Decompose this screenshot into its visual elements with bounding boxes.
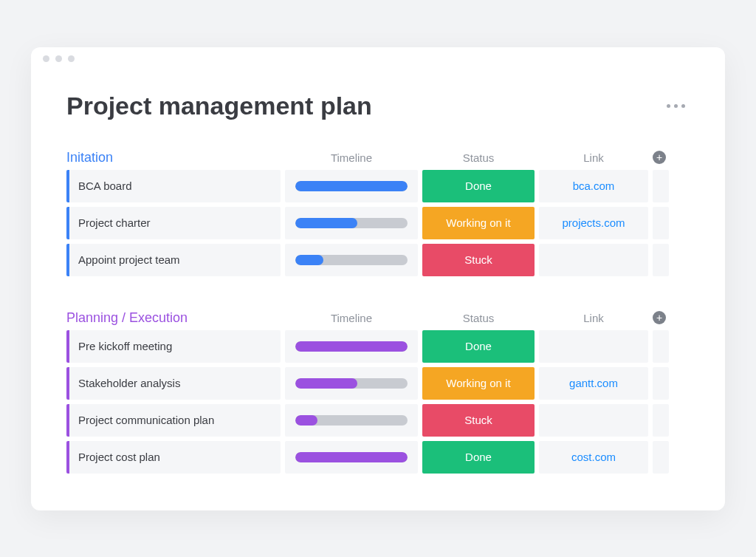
progress-track xyxy=(295,218,408,228)
status-cell[interactable]: Working on it xyxy=(422,367,535,400)
link-text: gantt.com xyxy=(569,377,618,389)
row-accent xyxy=(66,244,69,276)
trailing-cell[interactable] xyxy=(653,367,669,400)
link-cell[interactable]: cost.com xyxy=(539,441,648,474)
section-title[interactable]: Initation xyxy=(66,150,281,165)
link-cell[interactable]: bca.com xyxy=(539,170,648,202)
app-window: Project management plan InitationTimelin… xyxy=(31,47,725,510)
trailing-cell[interactable] xyxy=(653,404,669,437)
trailing-cell[interactable] xyxy=(653,441,669,474)
task-name-label: BCA board xyxy=(78,180,132,192)
section-header: InitationTimelineStatusLink+ xyxy=(66,150,690,165)
timeline-cell[interactable] xyxy=(285,441,418,474)
more-menu-button[interactable] xyxy=(662,100,690,112)
task-name-cell[interactable]: Project communication plan xyxy=(66,404,281,437)
column-header-link[interactable]: Link xyxy=(539,151,648,164)
row-accent xyxy=(66,404,69,437)
window-dot xyxy=(68,55,75,62)
header-row: Project management plan xyxy=(66,92,690,120)
link-cell[interactable] xyxy=(539,330,648,363)
timeline-cell[interactable] xyxy=(285,207,418,239)
window-titlebar xyxy=(31,47,725,71)
add-column-button[interactable]: + xyxy=(653,151,666,164)
task-name-label: Project communication plan xyxy=(78,414,214,426)
column-header-link[interactable]: Link xyxy=(539,312,648,324)
link-cell[interactable]: gantt.com xyxy=(539,367,648,400)
task-name-cell[interactable]: Appoint project team xyxy=(66,244,281,276)
status-label: Done xyxy=(465,340,492,352)
window-dot xyxy=(55,55,62,62)
row-accent xyxy=(66,441,69,474)
status-pill: Done xyxy=(422,170,535,202)
plus-icon: + xyxy=(656,152,662,163)
status-cell[interactable]: Done xyxy=(422,170,535,202)
trailing-cell[interactable] xyxy=(653,244,669,276)
page-title: Project management plan xyxy=(66,92,372,120)
table-row: Project communication planStuck xyxy=(66,404,690,437)
status-cell[interactable]: Stuck xyxy=(422,404,535,437)
status-label: Working on it xyxy=(446,216,510,229)
status-label: Done xyxy=(465,451,492,463)
status-label: Done xyxy=(465,180,492,192)
trailing-cell[interactable] xyxy=(653,330,669,363)
task-name-label: Project charter xyxy=(78,216,151,229)
status-pill: Done xyxy=(422,330,535,363)
task-name-label: Project cost plan xyxy=(78,451,160,463)
progress-fill xyxy=(295,378,357,389)
column-header-status[interactable]: Status xyxy=(422,312,535,324)
add-column-button[interactable]: + xyxy=(653,311,666,324)
status-cell[interactable]: Done xyxy=(422,441,535,474)
task-name-cell[interactable]: Project cost plan xyxy=(66,441,281,474)
task-name-cell[interactable]: Pre kickoff meeting xyxy=(66,330,281,363)
link-text: projects.com xyxy=(562,216,625,229)
progress-fill xyxy=(295,341,408,352)
task-name-cell[interactable]: BCA board xyxy=(66,170,281,202)
table-row: Stakeholder analysisWorking on itgantt.c… xyxy=(66,367,690,400)
status-pill: Stuck xyxy=(422,404,535,437)
table-row: Appoint project teamStuck xyxy=(66,244,690,276)
status-cell[interactable]: Stuck xyxy=(422,244,535,276)
timeline-cell[interactable] xyxy=(285,367,418,400)
trailing-cell[interactable] xyxy=(653,207,669,239)
progress-fill xyxy=(295,255,323,265)
row-accent xyxy=(66,207,69,239)
link-cell[interactable] xyxy=(539,244,648,276)
trailing-cell[interactable] xyxy=(653,170,669,202)
row-accent xyxy=(66,170,69,202)
timeline-cell[interactable] xyxy=(285,170,418,202)
task-name-cell[interactable]: Project charter xyxy=(66,207,281,239)
timeline-cell[interactable] xyxy=(285,330,418,363)
task-name-cell[interactable]: Stakeholder analysis xyxy=(66,367,281,400)
status-pill: Done xyxy=(422,441,535,474)
progress-track xyxy=(295,378,408,389)
status-pill: Working on it xyxy=(422,367,535,400)
progress-track xyxy=(295,341,408,352)
column-header-timeline[interactable]: Timeline xyxy=(285,151,418,164)
progress-track xyxy=(295,452,408,462)
row-accent xyxy=(66,330,69,363)
link-cell[interactable] xyxy=(539,404,648,437)
column-header-status[interactable]: Status xyxy=(422,151,535,164)
progress-fill xyxy=(295,452,408,462)
timeline-cell[interactable] xyxy=(285,244,418,276)
link-cell[interactable]: projects.com xyxy=(539,207,648,239)
table-row: Project charterWorking on itprojects.com xyxy=(66,207,690,239)
section-gap xyxy=(66,281,690,310)
content-area: Project management plan InitationTimelin… xyxy=(31,71,725,510)
link-text: bca.com xyxy=(573,180,615,192)
progress-fill xyxy=(295,415,317,426)
column-header-timeline[interactable]: Timeline xyxy=(285,312,418,324)
status-cell[interactable]: Done xyxy=(422,330,535,363)
task-name-label: Stakeholder analysis xyxy=(78,377,180,389)
status-cell[interactable]: Working on it xyxy=(422,207,535,239)
status-pill: Stuck xyxy=(422,244,535,276)
section-header: Planning / ExecutionTimelineStatusLink+ xyxy=(66,310,690,326)
table-row: Project cost planDonecost.com xyxy=(66,441,690,474)
window-dot xyxy=(43,55,49,62)
sections-host: InitationTimelineStatusLink+BCA boardDon… xyxy=(66,150,690,474)
status-label: Stuck xyxy=(464,414,492,426)
timeline-cell[interactable] xyxy=(285,404,418,437)
progress-track xyxy=(295,181,408,191)
section-title[interactable]: Planning / Execution xyxy=(66,310,281,326)
table-row: BCA boardDonebca.com xyxy=(66,170,690,202)
